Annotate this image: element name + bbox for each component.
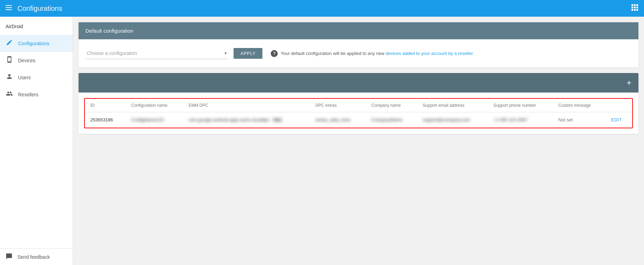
cell-edit[interactable]: EDIT: [605, 112, 632, 128]
col-config-name: Configuration name: [125, 99, 183, 112]
cell-support-phone: +1 555 123 4567: [488, 112, 553, 128]
configurations-table: ID Configuration name EMM DPC DPC extras…: [85, 99, 632, 128]
devices-icon: [6, 56, 13, 65]
apply-button[interactable]: APPLY: [234, 48, 262, 59]
config-row: Choose a configuration ▾ APPLY ? Your de…: [85, 48, 631, 59]
col-id: ID: [85, 99, 125, 112]
configurations-icon: [6, 39, 13, 48]
dpc-tag: TAG: [272, 118, 283, 122]
cell-dpc-extras: extras_data_here: [310, 112, 366, 128]
grid-icon[interactable]: [631, 4, 638, 13]
col-support-phone: Support phone number: [488, 99, 553, 112]
edit-button[interactable]: EDIT: [611, 117, 622, 122]
info-text: Your default configuration will be appli…: [280, 51, 474, 56]
sidebar-item-devices[interactable]: Devices: [0, 52, 73, 69]
topbar: Configurations: [0, 0, 644, 17]
company-name-value: CompanyName: [371, 117, 402, 122]
svg-rect-10: [634, 9, 636, 11]
cell-custom-message: Not set: [553, 112, 605, 128]
svg-rect-4: [634, 4, 636, 6]
default-config-card: Default configuration Choose a configura…: [79, 22, 638, 67]
svg-rect-7: [634, 7, 636, 8]
info-icon: ?: [271, 50, 278, 57]
layout: AirDroid Configurations Devices Users Re…: [0, 17, 644, 265]
svg-rect-5: [636, 4, 638, 6]
col-dpc-extras: DPC extras: [310, 99, 366, 112]
configuration-dropdown[interactable]: Choose a configuration ▾: [85, 48, 228, 59]
sidebar-item-users-label: Users: [18, 75, 31, 80]
table-container: ID Configuration name EMM DPC DPC extras…: [79, 93, 638, 134]
cell-id: 253653186: [85, 112, 125, 128]
support-phone-value: +1 555 123 4567: [494, 117, 528, 122]
svg-rect-3: [631, 4, 633, 6]
support-email-value: support@company.com: [423, 117, 470, 122]
col-emm-dpc: EMM DPC: [183, 99, 310, 112]
cell-emm-dpc: com.google.android.apps.work.clouddpc TA…: [183, 112, 310, 128]
config-name-value: ConfigName123: [131, 117, 164, 122]
sidebar: AirDroid Configurations Devices Users Re…: [0, 17, 73, 265]
app-name: AirDroid: [0, 19, 73, 35]
sidebar-item-configurations-label: Configurations: [18, 41, 49, 46]
svg-rect-2: [6, 9, 12, 10]
cell-support-email: support@company.com: [417, 112, 488, 128]
sidebar-item-configurations[interactable]: Configurations: [0, 35, 73, 52]
col-custom-message: Custom message: [553, 99, 605, 112]
table-header: ID Configuration name EMM DPC DPC extras…: [85, 99, 632, 112]
resellers-icon: [6, 90, 13, 99]
info-row: ? Your default configuration will be app…: [271, 50, 474, 57]
configurations-table-header: +: [79, 73, 638, 93]
sidebar-item-users[interactable]: Users: [0, 69, 73, 86]
emm-dpc-value: com.google.android.apps.work.clouddpc: [188, 117, 269, 122]
feedback-label: Send feedback: [17, 254, 50, 260]
col-company-name: Company name: [366, 99, 417, 112]
table-body: 253653186 ConfigName123 com.google.andro…: [85, 112, 632, 128]
svg-rect-0: [6, 5, 12, 6]
table-row: 253653186 ConfigName123 com.google.andro…: [85, 112, 632, 128]
svg-rect-11: [636, 9, 638, 11]
svg-rect-6: [631, 7, 633, 8]
svg-rect-1: [6, 7, 12, 8]
page-title: Configurations: [17, 5, 631, 13]
configurations-table-card: + ID Configuration name EMM DPC DPC extr…: [79, 73, 638, 134]
dpc-extras-value: extras_data_here: [315, 117, 350, 122]
svg-rect-8: [636, 7, 638, 8]
add-configuration-button[interactable]: +: [627, 79, 631, 87]
col-support-email: Support email address: [417, 99, 488, 112]
sidebar-item-resellers[interactable]: Resellers: [0, 86, 73, 103]
sidebar-item-devices-label: Devices: [18, 58, 35, 63]
menu-icon[interactable]: [6, 5, 12, 13]
cell-config-name: ConfigName123: [125, 112, 183, 128]
default-config-header: Default configuration: [79, 22, 638, 39]
table-header-row: ID Configuration name EMM DPC DPC extras…: [85, 99, 632, 112]
custom-message-value: Not set: [559, 117, 573, 122]
send-feedback-button[interactable]: Send feedback: [0, 248, 73, 265]
table-wrapper: ID Configuration name EMM DPC DPC extras…: [84, 98, 633, 128]
svg-rect-9: [631, 9, 633, 11]
default-config-title: Default configuration: [85, 28, 133, 34]
dropdown-placeholder: Choose a configuration: [87, 50, 137, 56]
col-actions: [605, 99, 632, 112]
default-config-body: Choose a configuration ▾ APPLY ? Your de…: [79, 39, 638, 67]
feedback-icon: [6, 253, 13, 261]
reseller-link[interactable]: devices added to your account by a resel…: [386, 51, 474, 56]
chevron-down-icon: ▾: [225, 51, 227, 56]
main-content: Default configuration Choose a configura…: [73, 17, 644, 265]
sidebar-item-resellers-label: Resellers: [18, 92, 38, 97]
users-icon: [6, 73, 13, 82]
cell-company-name: CompanyName: [366, 112, 417, 128]
